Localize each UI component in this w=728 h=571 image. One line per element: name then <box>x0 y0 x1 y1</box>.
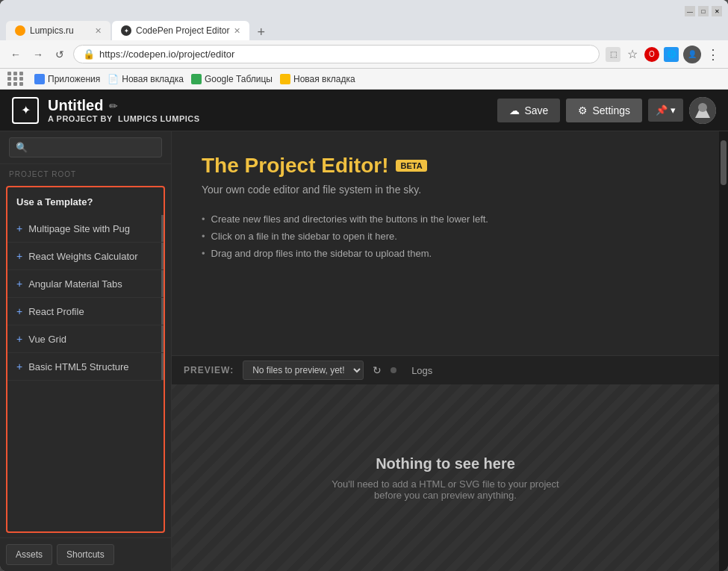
tab-lumpics[interactable]: Lumpics.ru ✕ <box>6 21 111 40</box>
search-input[interactable] <box>9 137 162 157</box>
main-content: The Project Editor! BETA Your own code e… <box>172 131 719 571</box>
tabs-row: Lumpics.ru ✕ ✦ CodePen Project Editor ✕ … <box>6 21 722 40</box>
template-vue-grid[interactable]: + Vue Grid <box>7 325 164 353</box>
cast-icon[interactable]: ⬚ <box>606 47 620 62</box>
tab-lumpics-close[interactable]: ✕ <box>95 26 102 36</box>
bookmark-new-tab-1[interactable]: 📄 Новая вкладка <box>108 74 184 84</box>
pin-button[interactable]: 📌 ▾ <box>648 99 683 122</box>
bookmarks-bar: Приложения 📄 Новая вкладка Google Таблиц… <box>0 69 728 90</box>
feature-text-3: Drag and drop files into the sidebar to … <box>211 248 432 259</box>
project-title: Untitled <box>48 97 103 114</box>
feature-text-1: Create new files and directories with th… <box>211 213 488 225</box>
refresh-preview-button[interactable]: ↻ <box>373 364 382 376</box>
plus-icon-angular: + <box>16 278 22 290</box>
nothing-description: You'll need to add a HTML or SVG file to… <box>319 478 573 501</box>
close-button[interactable]: ✕ <box>712 6 722 16</box>
bookmark-google-sheets[interactable]: Google Таблицы <box>191 74 273 84</box>
codepen-header: ✦ Untitled ✏ A PROJECT BY Lumpics Lumpic… <box>0 90 728 131</box>
bookmark-new-tab-2[interactable]: Новая вкладка <box>280 74 355 84</box>
preview-select[interactable]: No files to preview, yet! <box>243 361 364 380</box>
bookmark-apps[interactable]: Приложения <box>34 74 100 84</box>
tab-codepen-label: CodePen Project Editor <box>136 25 229 36</box>
tab-codepen-close[interactable]: ✕ <box>234 26 240 36</box>
globe-icon[interactable]: 🌐 <box>664 47 679 62</box>
svg-point-1 <box>698 103 707 112</box>
codepen-logo: ✦ <box>12 97 39 124</box>
pin-icon: 📌 <box>656 104 668 116</box>
feature-item-1: Create new files and directories with th… <box>202 210 689 228</box>
template-basic-html5[interactable]: + Basic HTML5 Structure <box>7 353 164 381</box>
preview-label: PREVIEW: <box>184 365 234 375</box>
logs-button[interactable]: Logs <box>405 362 438 379</box>
tab-codepen[interactable]: ✦ CodePen Project Editor ✕ <box>112 21 249 40</box>
apps-bookmark-icon <box>34 74 45 84</box>
forward-button[interactable]: → <box>30 47 46 62</box>
browser-window: — □ ✕ Lumpics.ru ✕ ✦ CodePen Project Edi… <box>0 0 728 571</box>
new-tab-button[interactable]: + <box>251 25 271 40</box>
feature-text-2: Click on a file in the sidebar to open i… <box>211 231 397 242</box>
item-bar-react-profile <box>161 298 164 325</box>
settings-gear-icon: ⚙ <box>578 104 588 116</box>
scrollbar-thumb[interactable] <box>721 140 727 185</box>
title-bar: — □ ✕ Lumpics.ru ✕ ✦ CodePen Project Edi… <box>0 0 728 40</box>
template-label-angular: Angular Material Tabs <box>28 278 122 290</box>
bookmark-new-tab-1-label: Новая вкладка <box>122 74 184 84</box>
opera-icon[interactable]: O <box>644 47 659 62</box>
plus-icon-vue-grid: + <box>16 333 22 345</box>
assets-button[interactable]: Assets <box>6 544 52 565</box>
template-box: Use a Template? + Multipage Site with Pu… <box>6 186 165 533</box>
welcome-title-text: The Project Editor! <box>202 154 388 178</box>
item-bar-react-weights <box>161 243 164 269</box>
template-label-basic-html5: Basic HTML5 Structure <box>28 361 128 372</box>
bookmark-apps-label: Приложения <box>48 74 100 84</box>
lock-icon: 🔒 <box>83 49 95 60</box>
author-name: Lumpics Lumpics <box>118 114 200 123</box>
template-angular[interactable]: + Angular Material Tabs <box>7 270 164 298</box>
title-row: Untitled ✏ <box>48 97 488 114</box>
address-icons: ⬚ ☆ O 🌐 👤 ⋮ <box>606 46 721 63</box>
preview-bar: PREVIEW: No files to preview, yet! ↻ Log… <box>172 355 719 384</box>
feature-item-3: Drag and drop files into the sidebar to … <box>202 245 689 262</box>
star-icon[interactable]: ☆ <box>625 47 640 62</box>
template-label-react-weights: React Weights Calculator <box>28 251 137 262</box>
url-field[interactable]: 🔒 https://codepen.io/project/editor <box>73 45 600 63</box>
maximize-button[interactable]: □ <box>698 6 709 16</box>
bookmark-sheets-label: Google Таблицы <box>205 74 273 84</box>
app-container: ✦ Untitled ✏ A PROJECT BY Lumpics Lumpic… <box>0 90 728 571</box>
plus-icon-react-weights: + <box>16 250 22 262</box>
new-tab-2-icon <box>280 74 290 84</box>
template-react-profile[interactable]: + React Profile <box>7 298 164 325</box>
user-avatar[interactable] <box>689 97 716 124</box>
sidebar-search-area <box>0 131 171 164</box>
refresh-button[interactable]: ↺ <box>52 47 67 62</box>
template-react-weights[interactable]: + React Weights Calculator <box>7 243 164 270</box>
minimize-button[interactable]: — <box>685 6 695 16</box>
edit-icon[interactable]: ✏ <box>109 100 118 112</box>
shortcuts-button[interactable]: Shortcuts <box>57 544 114 565</box>
profile-icon[interactable]: 👤 <box>683 46 701 63</box>
template-multipage[interactable]: + Multipage Site with Pug <box>7 215 164 243</box>
url-text: https://codepen.io/project/editor <box>99 49 234 60</box>
back-button[interactable]: ← <box>7 47 24 62</box>
welcome-subtitle: Your own code editor and file system in … <box>202 184 689 196</box>
settings-button[interactable]: ⚙ Settings <box>566 99 642 122</box>
save-label: Save <box>524 104 548 116</box>
pin-chevron: ▾ <box>671 104 676 116</box>
save-button[interactable]: ☁ Save <box>497 99 560 122</box>
item-bar-multipage <box>161 215 164 242</box>
bookmark-new-tab-2-label: Новая вкладка <box>293 74 355 84</box>
address-bar: ← → ↺ 🔒 https://codepen.io/project/edito… <box>0 40 728 69</box>
scrollbar-track[interactable] <box>719 131 728 571</box>
save-cloud-icon: ☁ <box>509 104 520 116</box>
header-actions: ☁ Save ⚙ Settings 📌 ▾ <box>497 97 716 124</box>
item-bar-angular <box>161 270 164 297</box>
settings-label: Settings <box>592 104 630 116</box>
codepen-favicon: ✦ <box>121 25 131 36</box>
menu-icon[interactable]: ⋮ <box>706 47 721 62</box>
template-box-header: Use a Template? <box>7 192 164 215</box>
subtitle-prefix: A PROJECT BY <box>48 114 113 123</box>
project-subtitle: A PROJECT BY Lumpics Lumpics <box>48 114 488 123</box>
sidebar: PROJECT ROOT Use a Template? + Multipage… <box>0 131 172 571</box>
welcome-area: The Project Editor! BETA Your own code e… <box>172 131 719 355</box>
feature-list: Create new files and directories with th… <box>202 210 689 262</box>
